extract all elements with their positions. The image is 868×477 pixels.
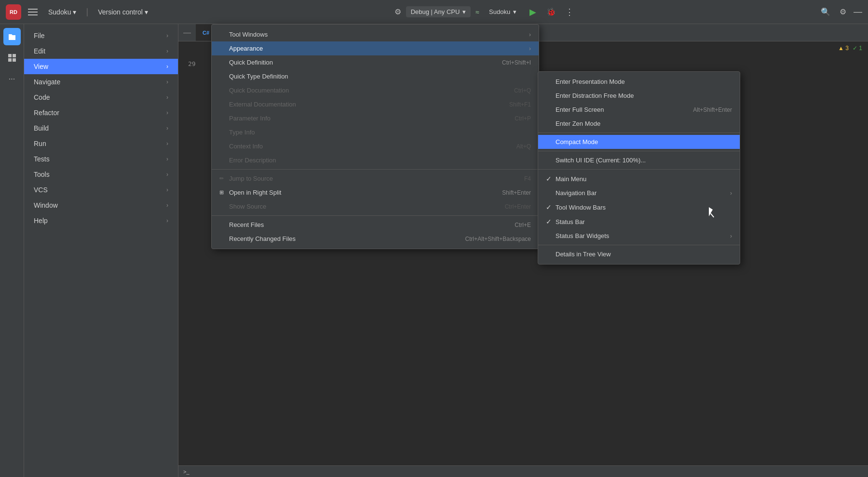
context-info-shortcut: Alt+Q bbox=[516, 143, 531, 150]
appearance-distraction-free[interactable]: Enter Distraction Free Mode bbox=[538, 89, 740, 103]
menu-item-vcs-label: VCS bbox=[34, 186, 48, 194]
title-right: 🔍 ⚙ — bbox=[819, 5, 862, 19]
show-source-shortcut: Ctrl+Enter bbox=[505, 203, 531, 210]
more-icon-btn[interactable]: ··· bbox=[3, 70, 21, 88]
svg-rect-3 bbox=[13, 58, 16, 62]
menu-item-window[interactable]: Window › bbox=[24, 198, 178, 213]
menu-item-navigate-arrow: › bbox=[166, 79, 168, 85]
menu-item-file-arrow: › bbox=[166, 32, 168, 39]
minimize-button[interactable]: — bbox=[854, 7, 862, 17]
menu-item-refactor[interactable]: Refactor › bbox=[24, 105, 178, 120]
menu-item-tests[interactable]: Tests › bbox=[24, 151, 178, 167]
appearance-switch-ui[interactable]: Switch UI IDE (Current: 100%)... bbox=[538, 153, 740, 167]
presentation-label: Enter Presentation Mode bbox=[556, 78, 732, 85]
more-button[interactable]: ⋮ bbox=[563, 5, 576, 19]
view-submenu-recent-files[interactable]: Recent Files Ctrl+E bbox=[212, 218, 539, 232]
menu-item-view[interactable]: View › bbox=[24, 59, 178, 74]
view-submenu-ext-docs: External Documentation Shift+F1 bbox=[212, 97, 539, 111]
view-submenu-appearance[interactable]: Appearance › bbox=[212, 41, 539, 55]
right-split-icon: ⊞ bbox=[219, 189, 229, 196]
svg-rect-0 bbox=[8, 54, 12, 57]
app-divider4 bbox=[538, 245, 740, 245]
menu-item-refactor-arrow: › bbox=[166, 109, 168, 116]
menu-item-tools[interactable]: Tools › bbox=[24, 167, 178, 182]
terminal-button[interactable]: >_ bbox=[183, 469, 190, 475]
appearance-details-tree[interactable]: Details in Tree View bbox=[538, 247, 740, 261]
svg-rect-2 bbox=[8, 58, 12, 62]
tool-windows-label: Tool Windows bbox=[229, 31, 529, 38]
menu-item-navigate[interactable]: Navigate › bbox=[24, 74, 178, 90]
param-info-shortcut: Ctrl+P bbox=[515, 115, 531, 122]
appearance-full-screen[interactable]: Enter Full Screen Alt+Shift+Enter bbox=[538, 103, 740, 117]
status-bar-label: Status Bar bbox=[556, 218, 732, 225]
run-config-chevron: ▾ bbox=[462, 8, 466, 15]
quick-docs-label: Quick Documentation bbox=[229, 87, 514, 94]
warning-bar: ▲ 3 ✓ 1 bbox=[832, 41, 868, 55]
status-bar-widgets-label: Status Bar Widgets bbox=[556, 232, 730, 239]
appearance-main-menu[interactable]: ✓ Main Menu bbox=[538, 172, 740, 186]
view-submenu-right-split[interactable]: ⊞ Open in Right Split Shift+Enter bbox=[212, 186, 539, 199]
show-source-label: Show Source bbox=[229, 203, 505, 210]
menu-item-tools-label: Tools bbox=[34, 171, 50, 178]
menu-item-vcs[interactable]: VCS › bbox=[24, 182, 178, 198]
menu-item-code-label: Code bbox=[34, 93, 50, 101]
search-button[interactable]: 🔍 bbox=[819, 5, 832, 19]
view-submenu-tool-windows[interactable]: Tool Windows › bbox=[212, 27, 539, 41]
branch-selector[interactable]: Sudoku ▾ bbox=[484, 6, 521, 17]
terminal-icon: >_ bbox=[183, 469, 190, 475]
app-divider2 bbox=[538, 151, 740, 151]
tab-collapse-button[interactable]: — bbox=[178, 28, 196, 37]
divider2 bbox=[212, 215, 539, 216]
project-selector[interactable]: Sudoku ▾ bbox=[44, 6, 80, 18]
project-name: Sudoku bbox=[48, 8, 71, 16]
menu-item-build[interactable]: Build › bbox=[24, 120, 178, 136]
appearance-status-bar-widgets[interactable]: Status Bar Widgets › bbox=[538, 229, 740, 243]
branch-icon: ≈ bbox=[475, 8, 479, 16]
appearance-presentation-mode[interactable]: Enter Presentation Mode bbox=[538, 75, 740, 89]
folder-icon-btn[interactable] bbox=[3, 28, 21, 45]
appearance-navigation-bar[interactable]: Navigation Bar › bbox=[538, 186, 740, 200]
title-bar: RD Sudoku ▾ | Version control ▾ ⚙ Debug … bbox=[0, 0, 868, 24]
debug-button[interactable]: 🐞 bbox=[544, 5, 558, 19]
branch-label: Sudoku bbox=[489, 8, 510, 15]
view-submenu-type-info: Type Info bbox=[212, 125, 539, 139]
appearance-label: Appearance bbox=[229, 45, 529, 52]
vcs-selector[interactable]: Version control ▾ bbox=[94, 6, 152, 18]
appearance-tool-window-bars[interactable]: ✓ Tool Window Bars bbox=[538, 200, 740, 214]
view-submenu-quick-type[interactable]: Quick Type Definition bbox=[212, 69, 539, 83]
quick-type-label: Quick Type Definition bbox=[229, 73, 531, 80]
menu-item-run-arrow: › bbox=[166, 140, 168, 147]
settings-button[interactable]: ⚙ bbox=[836, 5, 850, 19]
menu-item-refactor-label: Refactor bbox=[34, 109, 59, 117]
tool-windows-arrow: › bbox=[529, 31, 531, 38]
menu-item-run[interactable]: Run › bbox=[24, 136, 178, 151]
full-screen-label: Enter Full Screen bbox=[556, 106, 693, 113]
menu-item-edit-label: Edit bbox=[34, 47, 45, 55]
jump-source-icon: ✏ bbox=[219, 175, 229, 182]
menu-item-file[interactable]: File › bbox=[24, 28, 178, 43]
menu-item-help[interactable]: Help › bbox=[24, 213, 178, 228]
menu-item-edit[interactable]: Edit › bbox=[24, 43, 178, 59]
view-submenu-recent-changed[interactable]: Recently Changed Files Ctrl+Alt+Shift+Ba… bbox=[212, 232, 539, 246]
view-submenu-error-desc: Error Description bbox=[212, 153, 539, 167]
run-button[interactable]: ▶ bbox=[526, 5, 540, 19]
menu-item-code-arrow: › bbox=[166, 94, 168, 101]
view-submenu: Tool Windows › Appearance › Quick Defini… bbox=[211, 24, 539, 249]
content-area: — C# Program.cs ✕ ▲ 3 ✓ 1 29 { >_ bbox=[178, 24, 868, 477]
recent-changed-label: Recently Changed Files bbox=[229, 235, 465, 242]
menu-item-code[interactable]: Code › bbox=[24, 90, 178, 105]
appearance-status-bar[interactable]: ✓ Status Bar bbox=[538, 214, 740, 229]
ext-docs-shortcut: Shift+F1 bbox=[509, 101, 531, 108]
ok-badge: ✓ 1 bbox=[853, 45, 862, 52]
menu-item-view-arrow: › bbox=[166, 63, 168, 70]
vcs-chevron: ▾ bbox=[145, 8, 148, 16]
appearance-compact-mode[interactable]: Compact Mode bbox=[538, 135, 740, 149]
tool-window-bars-check: ✓ bbox=[546, 203, 556, 211]
run-configuration[interactable]: Debug | Any CPU ▾ bbox=[406, 6, 471, 17]
divider1 bbox=[212, 169, 539, 170]
view-submenu-quick-definition[interactable]: Quick Definition Ctrl+Shift+I bbox=[212, 55, 539, 69]
title-center: ⚙ Debug | Any CPU ▾ ≈ Sudoku ▾ ▶ 🐞 ⋮ bbox=[157, 5, 814, 19]
hamburger-button[interactable] bbox=[26, 5, 40, 19]
appearance-zen-mode[interactable]: Enter Zen Mode bbox=[538, 117, 740, 131]
grid-icon-btn[interactable] bbox=[3, 49, 21, 66]
